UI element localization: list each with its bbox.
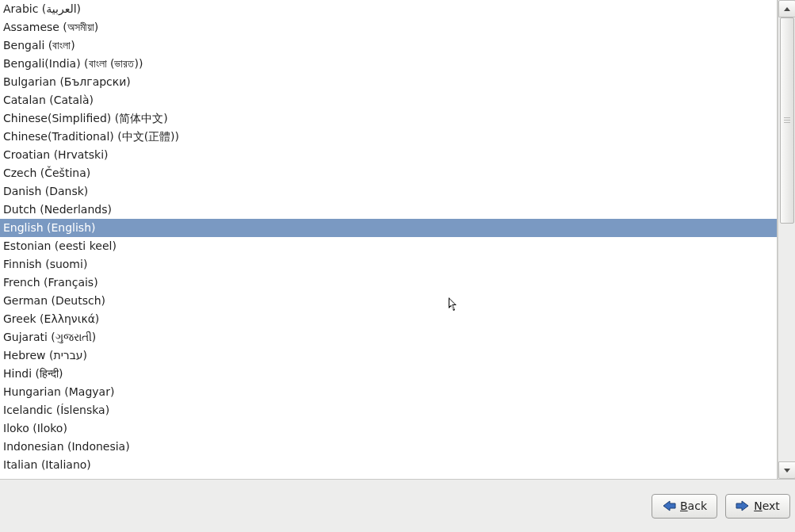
language-option[interactable]: Hungarian (Magyar) — [0, 383, 777, 401]
vertical-scrollbar[interactable] — [778, 0, 795, 479]
language-option[interactable]: Hebrew (עברית) — [0, 346, 777, 365]
language-option[interactable]: Chinese(Simplified) (简体中文) — [0, 109, 777, 128]
language-option[interactable]: Czech (Čeština) — [0, 164, 777, 182]
language-option[interactable]: Bengali(India) (বাংলা (ভারত)) — [0, 55, 777, 73]
language-option[interactable]: Icelandic (Íslenska) — [0, 401, 777, 419]
arrow-up-icon — [784, 7, 790, 11]
language-option[interactable]: Gujarati (ગુજરાતી) — [0, 328, 777, 346]
language-option[interactable]: Croatian (Hrvatski) — [0, 146, 777, 164]
language-option[interactable]: Greek (Ελληνικά) — [0, 310, 777, 328]
arrow-left-icon — [662, 500, 676, 511]
language-option[interactable]: Catalan (Català) — [0, 91, 777, 109]
language-option[interactable]: Hindi (हिन्दी) — [0, 365, 777, 383]
language-option[interactable]: Assamese (অসমীয়া) — [0, 18, 777, 36]
language-option[interactable]: Arabic (العربية) — [0, 0, 777, 18]
language-option[interactable]: English (English) — [0, 219, 777, 237]
language-option[interactable]: Bulgarian (Български) — [0, 73, 777, 91]
language-list-panel: Arabic (العربية)Assamese (অসমীয়া)Bengal… — [0, 0, 795, 480]
button-bar: Back Next — [0, 480, 795, 532]
language-option[interactable]: Bengali (বাংলা) — [0, 36, 777, 55]
language-option[interactable]: Indonesian (Indonesia) — [0, 438, 777, 456]
language-list[interactable]: Arabic (العربية)Assamese (অসমীয়া)Bengal… — [0, 0, 778, 479]
language-option[interactable]: Danish (Dansk) — [0, 182, 777, 201]
scroll-down-button[interactable] — [778, 461, 795, 479]
language-option[interactable]: Finnish (suomi) — [0, 255, 777, 274]
next-label: Next — [754, 499, 780, 512]
back-button[interactable]: Back — [652, 494, 717, 519]
scroll-track[interactable] — [778, 17, 795, 461]
language-option[interactable]: Chinese(Traditional) (中文(正體)) — [0, 128, 777, 146]
language-option[interactable]: French (Français) — [0, 274, 777, 292]
language-option[interactable]: Estonian (eesti keel) — [0, 237, 777, 255]
language-option[interactable]: Iloko (Iloko) — [0, 419, 777, 438]
back-label: Back — [680, 499, 707, 512]
arrow-right-icon — [736, 500, 750, 511]
arrow-down-icon — [784, 469, 790, 473]
next-button[interactable]: Next — [725, 494, 790, 519]
scroll-thumb[interactable] — [780, 17, 794, 224]
scroll-up-button[interactable] — [778, 0, 795, 17]
language-option[interactable]: Dutch (Nederlands) — [0, 201, 777, 219]
language-option[interactable]: German (Deutsch) — [0, 292, 777, 310]
language-option[interactable]: Italian (Italiano) — [0, 456, 777, 474]
